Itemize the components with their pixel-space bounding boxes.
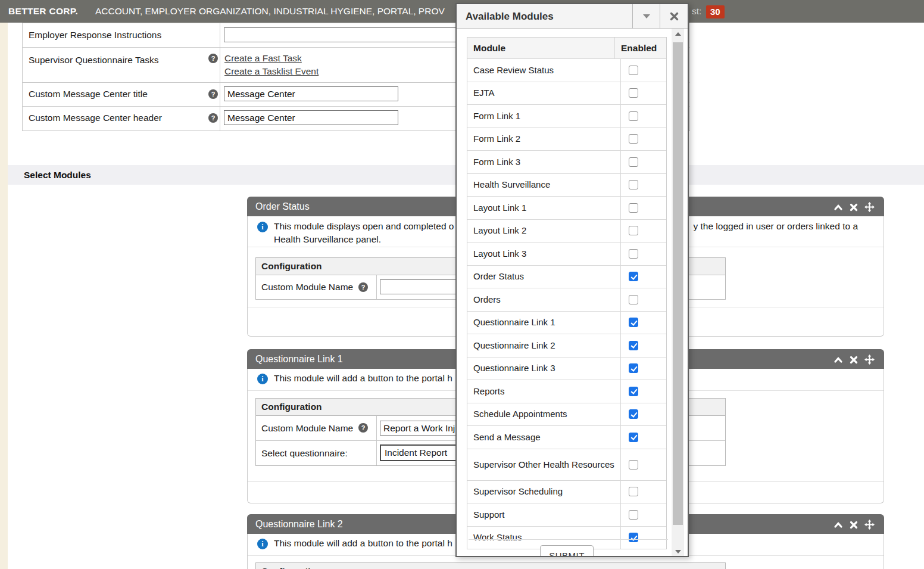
dialog-header[interactable]: Available Modules: [457, 4, 688, 29]
module-name: Case Review Status: [467, 59, 620, 82]
dialog-collapse-button[interactable]: [632, 4, 660, 29]
move-icon[interactable]: [864, 202, 875, 212]
message-center-title-input[interactable]: [224, 86, 398, 101]
configuration-header: Configuration: [256, 563, 725, 569]
module-enabled-cell: [620, 174, 666, 197]
move-icon[interactable]: [864, 520, 875, 530]
module-enabled-cell: [620, 403, 666, 426]
info-icon: i: [257, 222, 268, 232]
module-name: Schedule Appointments: [467, 403, 620, 426]
module-enabled-cell: [620, 503, 666, 526]
module-enabled-cell: [620, 527, 666, 549]
module-enabled-cell: [620, 288, 666, 311]
help-icon[interactable]: ?: [208, 89, 218, 99]
module-enabled-checkbox[interactable]: [629, 510, 638, 520]
module-row: Form Link 3: [467, 150, 666, 173]
module-name: Questionnaire Link 3: [467, 357, 620, 380]
module-enabled-checkbox[interactable]: [629, 341, 638, 350]
panel-info-text: This module will add a button to the por…: [274, 538, 452, 549]
module-row: Orders: [467, 288, 666, 311]
module-name: Supervisor Other Health Resources: [467, 449, 620, 480]
module-enabled-checkbox[interactable]: [629, 249, 638, 259]
close-icon[interactable]: [850, 356, 858, 364]
scroll-up-icon[interactable]: [672, 29, 684, 39]
module-row: Layout Link 1: [467, 196, 666, 219]
module-row: Questionnaire Link 3: [467, 357, 666, 380]
modules-table-header: Module Enabled: [467, 38, 666, 58]
dialog-title: Available Modules: [466, 4, 554, 29]
module-name: Health Surveillance: [467, 174, 620, 197]
module-enabled-checkbox[interactable]: [629, 226, 638, 235]
module-enabled-checkbox[interactable]: [629, 460, 638, 469]
module-row: Reports: [467, 380, 666, 403]
create-fast-task-link[interactable]: Create a Fast Task: [224, 53, 302, 64]
module-enabled-checkbox[interactable]: [629, 272, 638, 281]
module-enabled-checkbox[interactable]: [629, 66, 638, 75]
module-enabled-checkbox[interactable]: [629, 387, 638, 396]
module-enabled-checkbox[interactable]: [629, 363, 638, 373]
field-label: Select questionnaire:: [261, 441, 348, 465]
field-label: Supervisor Questionnaire Tasks: [29, 53, 159, 67]
close-icon[interactable]: [850, 203, 858, 212]
panel-title: Order Status: [255, 197, 310, 216]
help-icon[interactable]: ?: [208, 113, 218, 123]
help-icon[interactable]: ?: [358, 423, 368, 433]
collapse-icon[interactable]: [834, 203, 843, 212]
module-enabled-checkbox[interactable]: [629, 180, 638, 189]
close-icon[interactable]: [850, 521, 858, 529]
scroll-down-icon[interactable]: [672, 546, 684, 557]
module-row: Layout Link 3: [467, 242, 666, 265]
dialog-scrollbar[interactable]: [672, 29, 684, 557]
help-icon[interactable]: ?: [358, 282, 368, 292]
scrollbar-thumb[interactable]: [673, 42, 683, 525]
module-enabled-checkbox[interactable]: [629, 111, 638, 121]
submit-button[interactable]: SUBMIT: [540, 545, 594, 557]
create-tasklist-event-link[interactable]: Create a Tasklist Event: [224, 66, 319, 77]
module-enabled-cell: [620, 312, 666, 334]
dialog-close-button[interactable]: [660, 4, 688, 29]
message-center-header-input[interactable]: [224, 110, 398, 125]
info-icon: i: [257, 374, 268, 384]
module-enabled-checkbox[interactable]: [629, 487, 638, 496]
module-row: Layout Link 2: [467, 219, 666, 242]
module-name: Layout Link 1: [467, 197, 620, 219]
module-row: Questionnaire Link 1: [467, 311, 666, 334]
module-enabled-checkbox[interactable]: [629, 533, 638, 542]
module-name: Support: [467, 503, 620, 526]
panel-info-text: This module displays open and completed …: [274, 221, 454, 232]
topbar-right-text: st:: [692, 0, 701, 23]
collapse-icon[interactable]: [834, 521, 843, 529]
module-name: Form Link 3: [467, 151, 620, 173]
module-row: Form Link 1: [467, 104, 666, 128]
move-icon[interactable]: [864, 355, 875, 365]
field-label: Custom Module Name: [261, 416, 353, 440]
field-label: Custom Message Center header: [29, 106, 162, 130]
module-enabled-checkbox[interactable]: [629, 88, 638, 98]
panel-title: Questionnaire Link 1: [255, 349, 343, 369]
page-left-margin: [0, 23, 8, 569]
breadcrumb: ACCOUNT, EMPLOYER ORGANIZATION, INDUSTRI…: [95, 0, 445, 23]
module-enabled-checkbox[interactable]: [629, 295, 638, 304]
module-row: Order Status: [467, 265, 666, 288]
module-enabled-cell: [620, 197, 666, 219]
panel-info-text-right: y the logged in user or orders linked to…: [693, 221, 858, 232]
close-icon: [670, 12, 679, 21]
module-enabled-checkbox[interactable]: [629, 134, 638, 144]
panel-info-text: This module will add a button to the por…: [274, 373, 452, 384]
module-row: Schedule Appointments: [467, 403, 666, 426]
module-enabled-cell: [620, 481, 666, 503]
enabled-column-header: Enabled: [614, 38, 666, 58]
module-enabled-cell: [620, 82, 666, 105]
module-row: EJTA: [467, 82, 666, 105]
modules-table: Module Enabled Case Review Status EJTA F…: [467, 37, 667, 549]
collapse-icon[interactable]: [834, 356, 843, 364]
module-enabled-checkbox[interactable]: [629, 409, 638, 419]
module-enabled-checkbox[interactable]: [629, 157, 638, 167]
module-enabled-checkbox[interactable]: [629, 203, 638, 213]
module-enabled-checkbox[interactable]: [629, 318, 638, 327]
module-name: Questionnaire Link 2: [467, 334, 620, 357]
module-row: Form Link 2: [467, 128, 666, 151]
panel-title: Questionnaire Link 2: [255, 514, 343, 534]
help-icon[interactable]: ?: [208, 54, 218, 63]
module-enabled-checkbox[interactable]: [629, 433, 638, 442]
